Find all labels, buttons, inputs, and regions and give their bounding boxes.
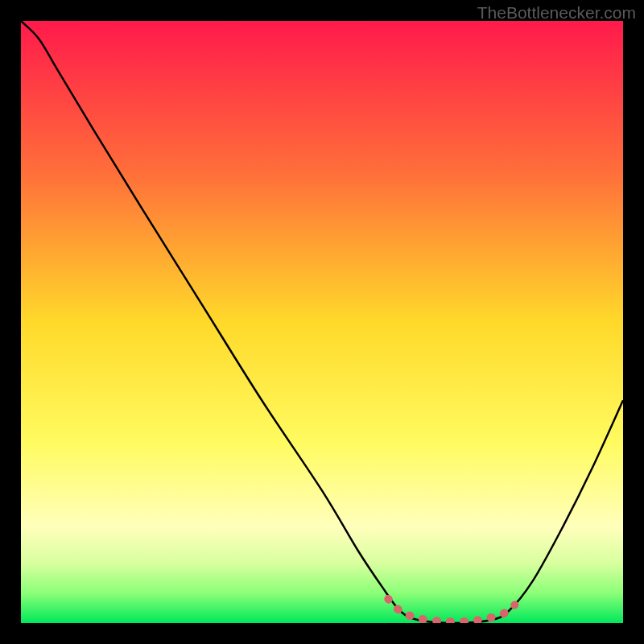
chart-background: [21, 21, 623, 623]
watermark-text: TheBottlenecker.com: [477, 3, 636, 23]
chart-svg: [21, 21, 623, 623]
chart-plot-area: [21, 21, 623, 623]
